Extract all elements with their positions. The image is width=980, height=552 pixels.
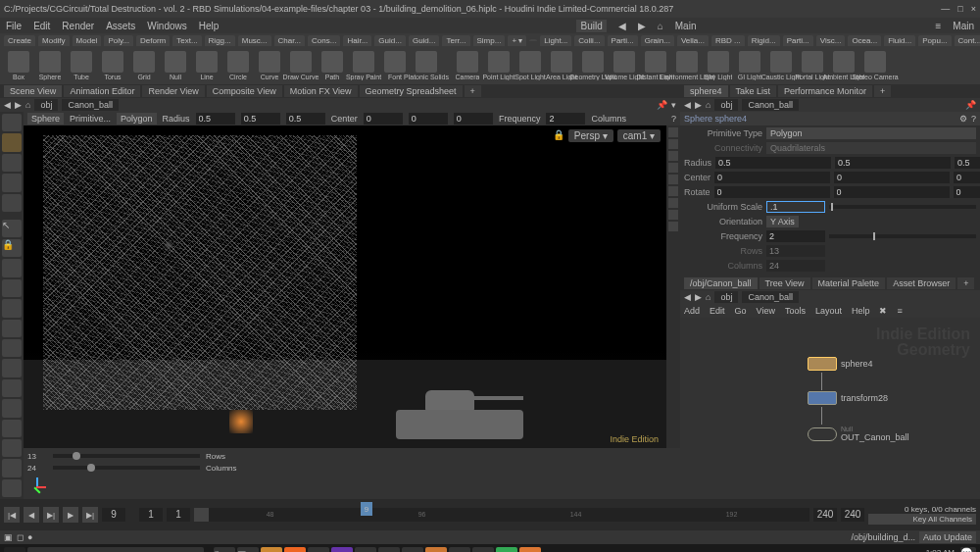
tool-scale[interactable] [2,194,22,212]
tab-takelist[interactable]: Take List [730,85,777,97]
end-frame[interactable]: 240 [813,508,837,522]
net-tab[interactable]: Asset Browser [887,277,956,289]
status-icon[interactable]: ▣ [4,532,13,542]
shelf-tool-curve[interactable]: Curve [255,51,284,80]
shelf-tab[interactable]: Deform [136,35,170,46]
crumb-node[interactable]: Canon_ball [62,99,119,111]
app-icon[interactable] [496,547,517,552]
net-menu-go[interactable]: Go [735,306,747,316]
net-tab[interactable]: /obj/Canon_ball [684,277,758,289]
radius-z[interactable] [286,113,325,125]
notifications-icon[interactable]: 💬 [960,547,976,552]
tab-spreadsheet[interactable]: Geometry Spreadsheet [360,85,463,97]
first-frame-button[interactable]: |◀ [4,507,20,523]
minimize-button[interactable]: — [941,4,950,14]
auto-update-select[interactable]: Auto Update [919,531,976,543]
node-transform28[interactable]: transform28 [808,391,888,405]
app-icon[interactable] [355,547,376,552]
shelf-tab[interactable]: Modify [38,35,70,46]
app-icon[interactable] [449,547,470,552]
tool-opt4[interactable] [2,479,22,497]
vp-tool[interactable] [668,127,678,137]
tab-add[interactable]: + [874,85,891,97]
tool-lock[interactable]: 🔒 [2,239,22,257]
tab-sphere4[interactable]: sphere4 [684,85,728,97]
node-sphere4[interactable]: sphere4 [808,357,873,371]
home-icon[interactable]: ⌂ [25,100,30,110]
vp-tool[interactable] [668,210,678,220]
net-tab[interactable]: Material Palette [812,277,886,289]
tool-opt3[interactable] [2,459,22,477]
shelf-tab[interactable]: Model [73,35,102,46]
vp-tool[interactable] [668,151,678,161]
shelf-tool-caustic-light[interactable]: Caustic Light [766,51,796,80]
prev-frame-button[interactable]: ◀ [24,507,39,523]
desktop-build[interactable]: Build [576,20,606,32]
search-box[interactable]: ○ Type here to search [27,547,204,552]
status-icon[interactable]: ● [27,532,32,542]
radius-x[interactable] [715,157,831,169]
node-out[interactable]: NullOUT_Canon_ball [808,426,909,442]
vp-tool[interactable] [668,186,678,196]
net-menu-help[interactable]: Help [852,306,870,316]
start-frame[interactable]: 1 [139,508,163,522]
center-z[interactable] [454,113,493,125]
help-icon[interactable]: ? [671,114,676,124]
tab-motionfx[interactable]: Motion FX View [284,85,358,97]
pin-icon[interactable]: 📌 [657,100,667,110]
shelf-tab[interactable]: Rigg... [205,35,235,46]
tool-select[interactable] [2,133,22,151]
net-menu-edit[interactable]: Edit [710,306,725,316]
rows-slider[interactable] [53,454,200,458]
shelf-tab[interactable]: Grain... [641,35,674,46]
help-icon[interactable]: ? [971,114,976,124]
close-button[interactable]: × [971,4,976,14]
shelf-tab-add[interactable]: + ▾ [508,35,526,46]
vp-tool[interactable] [668,198,678,208]
vp-tool[interactable] [668,163,678,173]
shelf-tab[interactable]: Text... [172,35,201,46]
orient-select[interactable]: Y Axis [766,216,799,227]
shelf-tool-line[interactable]: Line [192,51,221,80]
crumb-node[interactable]: Canon_ball [742,99,799,111]
tool-move[interactable] [2,154,22,172]
radius-y[interactable] [835,157,951,169]
tab-add[interactable]: + [465,85,481,97]
center-y[interactable] [834,172,950,183]
cam-select[interactable]: cam1 ▾ [617,129,661,142]
tab-animation[interactable]: Animation Editor [64,85,140,97]
shelf-tab[interactable]: Poly... [104,35,133,46]
shelf-tab[interactable]: Ocea... [848,35,881,46]
menu-icon[interactable]: ▾ [671,100,676,110]
tab-composite[interactable]: Composite View [207,85,282,97]
net-crumb-node[interactable]: Canon_ball [742,291,799,303]
shelf-tab[interactable]: Guid... [409,35,440,46]
play-back-button[interactable]: ▶| [43,507,59,523]
radius-y[interactable] [241,113,280,125]
shelf-tab[interactable]: Popu... [918,35,951,46]
crumb-obj[interactable]: obj [34,99,58,111]
shelf-tab[interactable]: Fluid... [884,35,915,46]
shelf-tab[interactable]: Hair... [343,35,371,46]
menu-windows[interactable]: Windows [147,21,187,31]
prim-select[interactable]: Sphere [27,113,64,125]
nav-back-icon[interactable]: ◀ [618,21,626,31]
shelf-tab[interactable]: Visc... [816,35,846,46]
fwd-icon[interactable]: ▶ [695,292,702,302]
freq-input[interactable] [546,113,585,125]
net-icon[interactable]: ≡ [897,306,902,316]
pin-icon[interactable]: 📌 [965,100,976,110]
viewport[interactable]: 🔒 Persp ▾ cam1 ▾ Indie Edition [24,125,666,448]
freq-slider[interactable] [829,234,976,238]
home-icon[interactable]: ⌂ [658,21,663,31]
play-button[interactable]: ▶ [63,507,78,523]
vp-tool[interactable] [668,175,678,184]
current-frame[interactable]: 9 [102,508,125,522]
shelf-tool-null[interactable]: Null [161,51,190,80]
frame-marker[interactable]: 9 [361,502,372,516]
gizmo-icon[interactable] [229,410,253,433]
shelf-tab[interactable]: Char... [274,35,306,46]
shelf-tab[interactable]: Cons... [308,35,340,46]
net-crumb-obj[interactable]: obj [714,291,738,303]
blender-icon[interactable] [378,547,400,552]
